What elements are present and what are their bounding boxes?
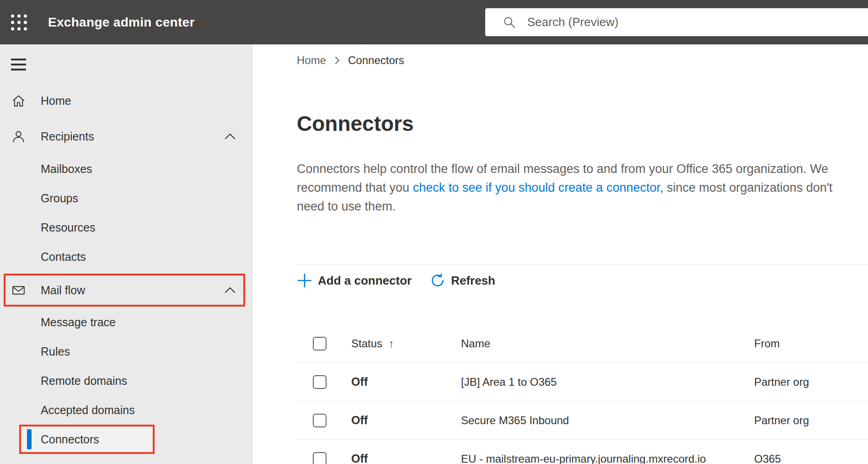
sidebar-item-label: Message trace [41,316,116,329]
mail-icon [11,283,26,298]
sidebar-item-label: Rules [41,345,70,358]
page-title: Connectors [297,111,414,136]
row-checkbox[interactable] [313,414,327,427]
nav-collapse-icon[interactable] [11,59,26,70]
table-header-row: Status ↑ Name From [297,325,868,362]
sidebar-item-resources[interactable]: Resources [0,213,253,242]
main-content: Home Connectors Connectors Connectors he… [253,44,868,464]
sidebar-item-mail-flow[interactable]: Mail flow [4,274,245,307]
chevron-right-icon [333,55,341,65]
status-cell: Off [351,414,461,427]
sidebar-item-recipients[interactable]: Recipients [0,119,253,154]
sidebar-item-mailboxes[interactable]: Mailboxes [0,154,253,183]
table-row[interactable]: Off Secure M365 Inbound Partner org [297,401,868,439]
sidebar-item-connectors-selected[interactable]: Connectors [19,425,155,454]
select-all-checkbox[interactable] [313,337,327,351]
name-cell[interactable]: [JB] Area 1 to O365 [461,376,754,388]
chevron-up-icon[interactable] [224,133,236,140]
sidebar-item-label: Groups [41,192,78,205]
sidebar-item-contacts[interactable]: Contacts [0,242,253,271]
sidebar-item-accepted-domains[interactable]: Accepted domains [0,395,253,425]
sidebar-item-label: Remote domains [41,374,127,388]
selected-indicator [27,429,32,449]
breadcrumb-home-link[interactable]: Home [297,54,326,67]
sidebar-item-message-trace[interactable]: Message trace [0,308,253,337]
command-bar: Add a connector Refresh [297,270,495,291]
connectors-table: Status ↑ Name From Off [JB] Area 1 to O3… [297,325,868,464]
app-title: Exchange admin center [48,15,195,30]
nav-list: Home Recipients Mailboxes Groups Reso [0,83,253,454]
sidebar-item-label: Recipients [41,130,94,143]
global-search[interactable] [485,8,868,36]
refresh-icon [430,273,445,288]
toolbar-divider [297,264,868,265]
from-cell: O365 [754,453,868,464]
create-connector-check-link[interactable]: check to see if you should create a conn… [413,181,664,194]
home-icon [11,93,26,108]
sidebar-item-label: Contacts [41,250,86,264]
add-connector-label: Add a connector [318,274,412,288]
column-header-from[interactable]: From [754,337,868,350]
refresh-label: Refresh [451,274,495,288]
refresh-button[interactable]: Refresh [430,273,495,288]
add-connector-button[interactable]: Add a connector [297,273,412,288]
sidebar-item-remote-domains[interactable]: Remote domains [0,366,253,395]
left-navigation: Home Recipients Mailboxes Groups Reso [0,44,253,464]
top-app-bar: Exchange admin center [0,0,868,44]
name-cell[interactable]: EU - mailstream-eu-primary.journaling.mx… [461,453,754,464]
sidebar-item-label: Resources [41,221,96,234]
status-cell: Off [351,452,461,464]
column-header-name[interactable]: Name [461,337,754,350]
sidebar-item-label: Mail flow [41,284,85,297]
exchange-admin-center-screen: { "colors": { "accent": "#0078d4", "anno… [0,0,868,464]
sidebar-item-rules[interactable]: Rules [0,337,253,366]
search-icon [503,16,516,29]
sidebar-item-label: Mailboxes [41,162,92,176]
search-input[interactable] [526,15,801,30]
sidebar-item-label: Accepted domains [41,404,135,417]
from-cell: Partner org [754,376,868,388]
sidebar-item-label: Connectors [41,433,99,446]
chevron-up-icon[interactable] [224,286,236,294]
name-cell[interactable]: Secure M365 Inbound [461,414,754,427]
sidebar-item-label: Home [41,94,71,108]
table-row[interactable]: Off [JB] Area 1 to O365 Partner org [297,362,868,401]
row-checkbox[interactable] [313,375,327,389]
column-header-status[interactable]: Status ↑ [351,337,461,350]
table-row[interactable]: Off EU - mailstream-eu-primary.journalin… [297,439,868,464]
person-icon [11,129,26,144]
sidebar-item-home[interactable]: Home [0,83,253,119]
breadcrumb-current: Connectors [348,54,404,67]
page-description: Connectors help control the flow of emai… [297,160,856,216]
sidebar-item-groups[interactable]: Groups [0,183,253,213]
status-cell: Off [351,375,461,388]
from-cell: Partner org [754,414,868,427]
app-launcher-icon[interactable] [11,14,27,30]
plus-icon [297,273,312,288]
sort-ascending-icon: ↑ [389,337,394,350]
breadcrumb: Home Connectors [297,54,404,67]
row-checkbox[interactable] [313,452,327,464]
